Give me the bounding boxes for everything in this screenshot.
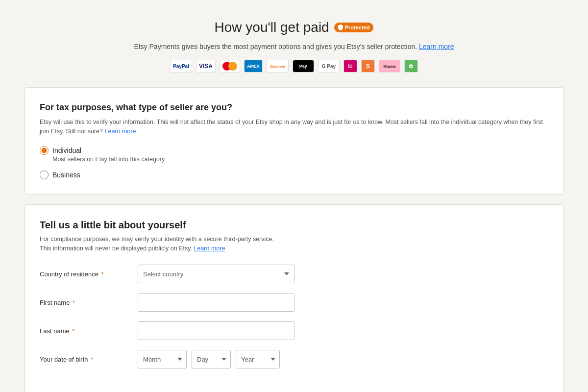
mastercard-icon: [220, 60, 240, 73]
country-select[interactable]: Select country United States United King…: [138, 265, 294, 283]
ideal-icon: iD: [343, 60, 357, 73]
applepay-icon: Pay: [293, 60, 314, 73]
seller-type-title: For tax purposes, what type of seller ar…: [40, 102, 548, 113]
about-section-card: Tell us a little bit about yourself For …: [24, 204, 564, 392]
individual-sublabel: Most sellers on Etsy fall into this cate…: [52, 156, 548, 163]
dob-day-select[interactable]: Day for(let i=1;i<=31;i++) document.writ…: [192, 350, 231, 368]
discover-icon: discover: [267, 60, 289, 73]
dob-group: Month January February March April May J…: [138, 350, 280, 368]
last-name-field-row: Last name *: [40, 321, 548, 340]
gpay-icon: G Pay: [318, 60, 340, 73]
seller-type-description: Etsy will use this to verify your inform…: [40, 118, 548, 136]
paypal-icon: PayPal: [170, 60, 192, 73]
first-name-required-star: *: [71, 299, 75, 306]
seller-type-card: For tax purposes, what type of seller ar…: [24, 87, 564, 195]
shield-icon: [338, 24, 343, 30]
first-name-field-row: First name *: [40, 293, 548, 312]
header-section: How you'll get paid Protected Etsy Payme…: [24, 20, 564, 73]
dob-field-row: Your date of birth * Month January Febru…: [40, 350, 548, 368]
header-subtitle: Etsy Payments gives buyers the most paym…: [24, 41, 564, 52]
dob-year-select[interactable]: Year for(let y=2005;y>=1920;y--) documen…: [236, 350, 280, 368]
business-radio-label[interactable]: Business: [40, 171, 548, 179]
dob-required-star: *: [89, 356, 94, 363]
seller-type-radio-group: Individual Most sellers on Etsy fall int…: [40, 146, 548, 179]
last-name-input[interactable]: [138, 321, 294, 340]
business-option: Business: [40, 171, 548, 179]
seller-type-learn-more[interactable]: Learn more: [104, 128, 136, 135]
amex-icon: AMEX: [244, 60, 263, 73]
eco-icon: ✿: [404, 60, 418, 73]
about-section-desc: For compliance purposes, we may verify y…: [40, 235, 548, 253]
header-learn-more-link[interactable]: Learn more: [419, 43, 454, 50]
last-name-label: Last name *: [40, 327, 138, 335]
dob-label: Your date of birth *: [40, 356, 138, 363]
last-name-required-star: *: [71, 327, 75, 335]
about-section-title: Tell us a little bit about yourself: [40, 220, 548, 231]
country-required-star: *: [99, 270, 104, 278]
individual-radio-input[interactable]: [40, 146, 49, 155]
page-container: How you'll get paid Protected Etsy Payme…: [24, 20, 564, 392]
individual-option: Individual Most sellers on Etsy fall int…: [40, 146, 548, 163]
visa-icon: VISA: [196, 60, 216, 73]
country-field-row: Country of residence * Select country Un…: [40, 265, 548, 283]
dob-month-select[interactable]: Month January February March April May J…: [138, 350, 187, 368]
individual-radio-label[interactable]: Individual: [40, 146, 548, 155]
first-name-label: First name *: [40, 299, 138, 306]
country-label: Country of residence *: [40, 270, 138, 278]
payment-icons-row: PayPal VISA AMEX discover Pay G Pay iD S…: [24, 60, 564, 73]
business-radio-input[interactable]: [40, 171, 49, 179]
protected-badge: Protected: [334, 23, 374, 32]
first-name-input[interactable]: [138, 293, 294, 312]
individual-label: Individual: [52, 147, 81, 154]
page-title: How you'll get paid: [215, 20, 329, 35]
klarna-icon: Klarna: [379, 60, 400, 73]
header-title-row: How you'll get paid Protected: [24, 20, 564, 35]
business-label: Business: [52, 171, 80, 179]
sofort-icon: S: [361, 60, 375, 73]
about-learn-more[interactable]: Learn more: [194, 245, 225, 252]
